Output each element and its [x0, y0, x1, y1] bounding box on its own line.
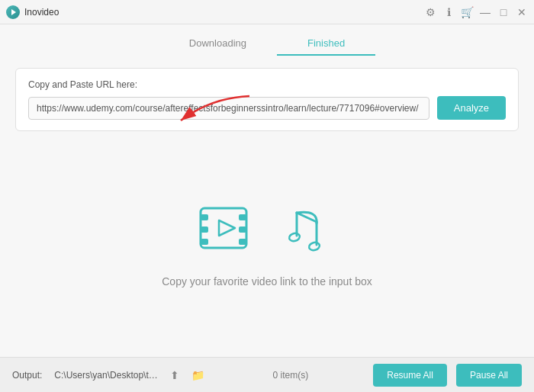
film-icon: [193, 199, 262, 260]
music-icon: [280, 199, 341, 260]
icons-row: [193, 199, 341, 260]
app-logo: [6, 5, 20, 19]
analyze-button[interactable]: Analyze: [437, 96, 506, 120]
info-icon[interactable]: ℹ: [442, 6, 455, 18]
illustration: Copy your favorite video link to the inp…: [15, 142, 519, 345]
main-content: Copy and Paste URL here: Analyze: [0, 56, 534, 357]
pause-all-button[interactable]: Pause All: [456, 364, 522, 387]
folder-icon[interactable]: 📁: [191, 369, 204, 381]
url-section: Copy and Paste URL here: Analyze: [15, 68, 519, 131]
tab-bar: Downloading Finished: [0, 24, 534, 56]
url-label: Copy and Paste URL here:: [28, 79, 506, 90]
cart-icon[interactable]: 🛒: [461, 6, 473, 18]
settings-icon[interactable]: ⚙: [424, 6, 436, 18]
app-title: Inovideo: [24, 7, 424, 18]
svg-marker-9: [219, 220, 235, 236]
resume-all-button[interactable]: Resume All: [373, 364, 447, 387]
close-icon[interactable]: ✕: [516, 6, 528, 18]
illustration-text: Copy your favorite video link to the inp…: [162, 275, 372, 288]
svg-rect-8: [239, 239, 246, 245]
svg-point-11: [288, 232, 301, 242]
url-input[interactable]: [28, 97, 429, 120]
output-label: Output:: [12, 370, 42, 381]
svg-rect-6: [239, 214, 246, 220]
maximize-icon[interactable]: □: [497, 6, 510, 18]
titlebar: Inovideo ⚙ ℹ 🛒 — □ ✕: [0, 0, 534, 24]
svg-marker-0: [11, 9, 16, 15]
main-window: Downloading Finished Copy and Paste URL …: [0, 24, 534, 392]
svg-rect-3: [201, 214, 208, 220]
bottom-bar: Output: C:\Users\yan\Desktop\te... ⬆ 📁 0…: [0, 357, 534, 392]
output-path: C:\Users\yan\Desktop\te...: [54, 370, 161, 381]
svg-rect-5: [201, 239, 208, 245]
svg-point-13: [308, 241, 320, 251]
item-count: 0 item(s): [217, 370, 364, 381]
tab-downloading[interactable]: Downloading: [159, 32, 277, 56]
window-controls: ⚙ ℹ 🛒 — □ ✕: [424, 6, 528, 18]
url-input-row: Analyze: [28, 96, 506, 120]
svg-rect-4: [201, 227, 208, 233]
upload-icon[interactable]: ⬆: [170, 369, 179, 381]
tab-finished[interactable]: Finished: [277, 32, 375, 56]
minimize-icon[interactable]: —: [479, 6, 491, 18]
svg-rect-7: [239, 227, 246, 233]
